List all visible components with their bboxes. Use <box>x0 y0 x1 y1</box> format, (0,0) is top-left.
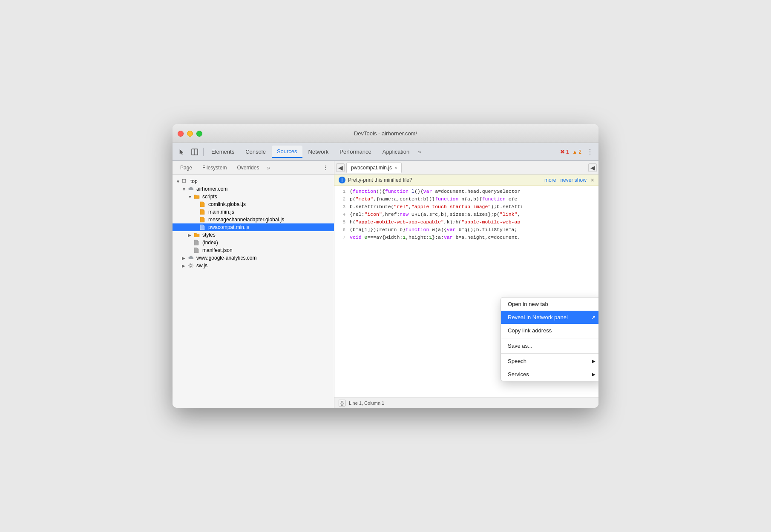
tree-arrow-styles: ▶ <box>188 233 194 237</box>
error-number: 1 <box>566 149 569 155</box>
editor-tab-filename: pwacompat.min.js <box>351 165 392 171</box>
ctx-item-reveal-network[interactable]: Reveal in Network panel ↗ <box>501 311 598 324</box>
lpanel-more-button[interactable]: » <box>265 163 272 172</box>
ctx-item-open-new-tab[interactable]: Open in new tab <box>501 297 598 311</box>
cloud-icon <box>188 186 195 192</box>
ctx-label-copy-link: Copy link address <box>508 327 552 334</box>
tree-item-msgchannel[interactable]: messagechanneladapter.global.js <box>173 216 334 223</box>
editor-tab-close-button[interactable]: × <box>394 165 397 170</box>
line-col-indicator: Line 1, Column 1 <box>349 400 384 406</box>
tree-item-top[interactable]: ▼ ☐ top <box>173 177 334 185</box>
tree-arrow-scripts: ▼ <box>188 194 194 199</box>
close-button[interactable] <box>178 131 184 137</box>
tree-item-main[interactable]: main.min.js <box>173 208 334 216</box>
svg-point-2 <box>190 265 192 267</box>
warning-number: 2 <box>578 149 581 155</box>
pretty-print-never-show-link[interactable]: never show <box>560 177 586 183</box>
ctx-separator-2 <box>501 353 598 354</box>
tree-label-styles: styles <box>202 232 216 238</box>
tree-item-index[interactable]: (index) <box>173 239 334 246</box>
cursor-indicator: ↗ <box>591 315 596 320</box>
pretty-print-more-link[interactable]: more <box>544 177 556 183</box>
warning-count[interactable]: ▲ 2 <box>572 149 581 155</box>
tree-item-analytics[interactable]: ▶ www.google-analytics.com <box>173 254 334 262</box>
info-icon: i <box>339 177 345 183</box>
code-line-7: 7 void 0===a?{width:1,height:1}:a;var b=… <box>334 234 598 241</box>
right-panel: ◀ pwacompat.min.js × ◀ i Pretty-print th… <box>334 161 598 408</box>
left-panel: Page Filesystem Overrides » ⋮ ▼ ☐ top <box>173 161 334 408</box>
ctx-item-speech[interactable]: Speech ▶ <box>501 355 598 368</box>
file-icon-index <box>194 240 201 246</box>
tree-label-sw: sw.js <box>196 263 207 269</box>
tree-item-styles[interactable]: ▶ styles <box>173 231 334 239</box>
tree-arrow-analytics: ▶ <box>182 256 188 260</box>
lpanel-toolbar-button[interactable]: ⋮ <box>320 163 331 173</box>
code-line-3: 3 b.setAttribute("rel","apple-touch-star… <box>334 203 598 211</box>
tab-performance[interactable]: Performance <box>334 146 376 157</box>
tab-console[interactable]: Console <box>240 146 271 157</box>
ctx-item-copy-link[interactable]: Copy link address <box>501 324 598 337</box>
file-tree: ▼ ☐ top ▼ airhorner.com <box>173 175 334 408</box>
editor-file-tab[interactable]: pwacompat.min.js × <box>346 163 402 173</box>
error-icon: ✖ <box>560 149 565 155</box>
traffic-lights <box>178 131 202 137</box>
ctx-label-speech: Speech <box>508 358 526 364</box>
file-icon-main <box>200 209 207 215</box>
tab-more-button[interactable]: » <box>415 147 423 157</box>
code-line-2: 2 p("meta",{name:a,content:b})}function … <box>334 195 598 203</box>
file-icon-msgchannel <box>200 217 207 223</box>
devtools-menu-button[interactable]: ⋮ <box>585 147 595 157</box>
code-line-6: 6 (b=a[1]});return b}function w(a){var b… <box>334 226 598 234</box>
editor-tab-bar: ◀ pwacompat.min.js × ◀ <box>334 161 598 174</box>
file-icon-pwacompat <box>200 224 207 230</box>
tab-bar-right: ✖ 1 ▲ 2 ⋮ <box>560 147 595 157</box>
tree-label-main: main.min.js <box>208 209 234 215</box>
tree-item-airhorner[interactable]: ▼ airhorner.com <box>173 185 334 193</box>
file-icon-manifest <box>194 247 201 253</box>
editor-nav-back[interactable]: ◀ <box>336 163 345 172</box>
maximize-button[interactable] <box>196 131 202 137</box>
code-line-4: 4 {rel:"icon",href:new URL(a.src,b),size… <box>334 211 598 218</box>
tab-elements[interactable]: Elements <box>206 146 239 157</box>
tree-label-top: top <box>190 178 198 184</box>
tree-label-msgchannel: messagechanneladapter.global.js <box>208 217 284 223</box>
status-bar: {} Line 1, Column 1 <box>334 398 598 408</box>
tree-label-manifest: manifest.json <box>202 247 233 253</box>
dock-icon[interactable] <box>189 146 201 158</box>
lpanel-tab-page[interactable]: Page <box>176 163 196 172</box>
ctx-item-services[interactable]: Services ▶ <box>501 368 598 381</box>
editor-collapse-button[interactable]: ◀ <box>588 163 597 172</box>
lpanel-tab-overrides[interactable]: Overrides <box>233 163 263 172</box>
context-menu: Open in new tab Reveal in Network panel … <box>501 297 598 381</box>
tree-item-sw[interactable]: ▶ sw.js <box>173 262 334 269</box>
minimize-button[interactable] <box>187 131 193 137</box>
pretty-print-toggle[interactable]: {} <box>339 400 345 406</box>
tab-sources[interactable]: Sources <box>272 146 302 158</box>
title-bar: DevTools - airhorner.com/ <box>173 124 598 143</box>
error-count[interactable]: ✖ 1 <box>560 149 569 155</box>
tab-application[interactable]: Application <box>377 146 415 157</box>
editor-tab-right: ◀ <box>588 163 597 172</box>
devtools-window: DevTools - airhorner.com/ Elements Conso… <box>173 124 598 408</box>
ctx-item-save-as[interactable]: Save as... <box>501 339 598 352</box>
pretty-print-bar: i Pretty-print this minified file? more … <box>334 174 598 186</box>
tree-arrow-top: ▼ <box>176 179 182 184</box>
warning-icon: ▲ <box>572 149 577 155</box>
tree-item-scripts[interactable]: ▼ scripts <box>173 193 334 200</box>
tree-item-comlink[interactable]: comlink.global.js <box>173 200 334 208</box>
folder-icon-styles <box>194 232 201 238</box>
ctx-label-services: Services <box>508 371 529 378</box>
tree-arrow-sw: ▶ <box>182 263 188 268</box>
tree-label-airhorner: airhorner.com <box>196 186 227 192</box>
tree-label-pwacompat: pwacompat.min.js <box>208 224 249 230</box>
pretty-print-text: Pretty-print this minified file? <box>348 177 412 183</box>
tree-item-manifest[interactable]: manifest.json <box>173 246 334 254</box>
tree-item-pwacompat[interactable]: pwacompat.min.js <box>173 223 334 231</box>
cloud-icon-analytics <box>188 255 195 261</box>
cursor-icon[interactable] <box>176 146 188 158</box>
ctx-separator-1 <box>501 338 598 338</box>
pretty-print-close-button[interactable]: × <box>591 177 594 183</box>
ctx-arrow-services: ▶ <box>592 372 596 377</box>
lpanel-tab-filesystem[interactable]: Filesystem <box>198 163 231 172</box>
tab-network[interactable]: Network <box>303 146 334 157</box>
